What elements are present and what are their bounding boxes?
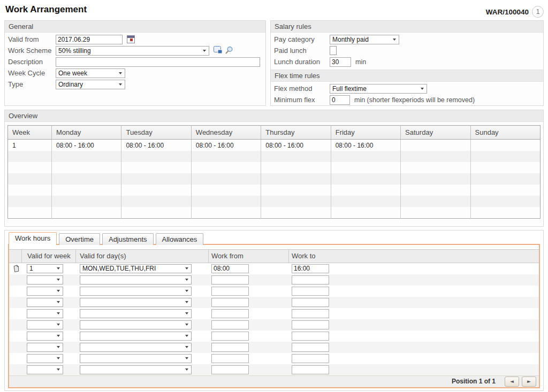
grid-days-dropdown[interactable]	[80, 275, 192, 285]
chevron-down-icon	[57, 301, 60, 303]
overview-cell	[52, 185, 121, 196]
tab-overtime[interactable]: Overtime	[59, 233, 100, 245]
paid-lunch-checkbox[interactable]	[330, 46, 337, 55]
overview-cell	[470, 196, 540, 207]
grid-days-dropdown[interactable]	[80, 320, 192, 329]
grid-week-dropdown[interactable]	[27, 309, 63, 318]
calendar-icon[interactable]	[127, 35, 135, 43]
grid-work-to-cell	[289, 342, 539, 353]
chevron-down-icon	[119, 72, 122, 74]
grid-days-dropdown[interactable]	[80, 332, 192, 341]
tab-adjustments[interactable]: Adjustments	[102, 233, 154, 245]
chevron-down-icon	[185, 324, 188, 326]
grid-work-from-input[interactable]	[211, 275, 249, 285]
tab-allowances[interactable]: Allowances	[156, 233, 204, 245]
grid-days-dropdown[interactable]: MON,WED,TUE,THU,FRI	[80, 264, 192, 273]
grid-week-dropdown[interactable]	[27, 298, 63, 307]
row-marker-cell	[9, 308, 22, 319]
grid-week-cell	[22, 274, 76, 286]
grid-week-dropdown[interactable]	[27, 365, 63, 374]
row-marker-cell	[9, 342, 22, 353]
overview-cell	[331, 207, 400, 219]
grid-work-to-input[interactable]	[292, 343, 329, 352]
overview-cell	[121, 185, 191, 196]
grid-week-dropdown[interactable]	[27, 343, 63, 352]
grid-work-from-input[interactable]	[211, 354, 249, 363]
version-badge[interactable]: 1	[532, 6, 544, 18]
new-window-icon[interactable]	[214, 46, 223, 56]
overview-cell	[191, 185, 261, 196]
overview-cell	[8, 151, 52, 162]
grid-week-dropdown[interactable]	[27, 354, 63, 363]
grid-days-dropdown[interactable]	[80, 354, 192, 363]
type-dropdown[interactable]: Ordinary	[56, 80, 125, 89]
grid-work-from-input[interactable]	[211, 309, 249, 318]
grid-days-dropdown[interactable]	[80, 309, 192, 318]
grid-days-dropdown[interactable]	[80, 343, 192, 352]
chevron-down-icon	[57, 346, 60, 348]
lunch-duration-input[interactable]	[330, 57, 351, 67]
grid-work-from-input[interactable]	[211, 332, 249, 341]
overview-cell	[52, 207, 121, 219]
chevron-down-icon	[185, 267, 188, 270]
grid-work-to-input[interactable]	[292, 309, 329, 318]
grid-work-to-input[interactable]	[292, 332, 329, 341]
work-scheme-dropdown[interactable]: 50% stilling	[56, 46, 209, 56]
grid-work-to-input[interactable]	[292, 275, 329, 285]
overview-cell	[401, 173, 470, 185]
grid-work-to-cell	[289, 297, 539, 308]
overview-cell	[52, 173, 121, 185]
grid-week-cell	[22, 297, 76, 308]
grid-week-dropdown[interactable]	[27, 332, 63, 341]
grid-work-from-cell	[209, 330, 289, 342]
grid-days-dropdown[interactable]	[80, 287, 192, 296]
grid-work-to-input[interactable]	[292, 354, 329, 363]
grid-work-from-input[interactable]	[211, 298, 249, 307]
week-cycle-dropdown[interactable]: One week	[56, 68, 125, 78]
grid-work-to-input[interactable]	[292, 298, 329, 307]
grid-work-from-input[interactable]	[211, 365, 249, 374]
overview-cell	[470, 185, 540, 196]
next-position-button[interactable]: ►	[522, 376, 536, 387]
minimum-flex-input[interactable]	[330, 95, 350, 105]
grid-week-dropdown[interactable]	[27, 275, 63, 285]
grid-work-from-input[interactable]	[211, 264, 249, 273]
work-hours-header: Valid for weekValid for day(s)Work fromW…	[9, 249, 539, 263]
overview-cell	[191, 207, 261, 219]
grid-work-from-cell	[209, 263, 289, 274]
valid-from-input[interactable]	[56, 35, 123, 44]
position-indicator: Position 1 of 1	[452, 378, 496, 385]
flex-method-dropdown[interactable]: Full flextime	[330, 84, 427, 94]
grid-work-from-input[interactable]	[211, 287, 249, 296]
overview-row	[8, 207, 541, 219]
grid-col-header: Work to	[289, 250, 539, 263]
grid-days-dropdown[interactable]	[80, 298, 192, 307]
chevron-down-icon	[57, 335, 60, 337]
overview-cell: 08:00 - 16:00	[261, 140, 331, 151]
chevron-down-icon	[57, 357, 60, 359]
overview-cell	[261, 207, 331, 219]
description-input[interactable]	[56, 57, 260, 67]
overview-cell	[331, 151, 400, 162]
chevron-down-icon	[203, 50, 206, 52]
page-header: Work Arrangement WAR/100040 1	[0, 0, 548, 20]
grid-work-from-input[interactable]	[211, 343, 249, 352]
grid-week-dropdown[interactable]	[27, 320, 63, 329]
search-icon[interactable]	[225, 46, 233, 56]
tab-work-hours[interactable]: Work hours	[9, 232, 57, 245]
grid-row	[9, 297, 539, 308]
grid-work-to-input[interactable]	[292, 320, 329, 329]
lunch-duration-unit: min	[355, 58, 366, 66]
grid-work-to-input[interactable]	[292, 365, 329, 374]
grid-week-dropdown[interactable]	[27, 287, 63, 296]
grid-days-cell	[76, 342, 209, 353]
row-marker-column	[9, 250, 22, 263]
pay-category-dropdown[interactable]: Monthly paid	[330, 35, 399, 44]
grid-work-to-input[interactable]	[292, 264, 329, 273]
grid-work-from-input[interactable]	[211, 320, 249, 329]
previous-position-button[interactable]: ◄	[505, 376, 519, 387]
grid-work-to-input[interactable]	[292, 287, 329, 296]
grid-days-dropdown[interactable]	[80, 365, 192, 374]
grid-week-dropdown[interactable]: 1	[27, 264, 63, 273]
salary-rules-title: Salary rules	[271, 21, 543, 33]
